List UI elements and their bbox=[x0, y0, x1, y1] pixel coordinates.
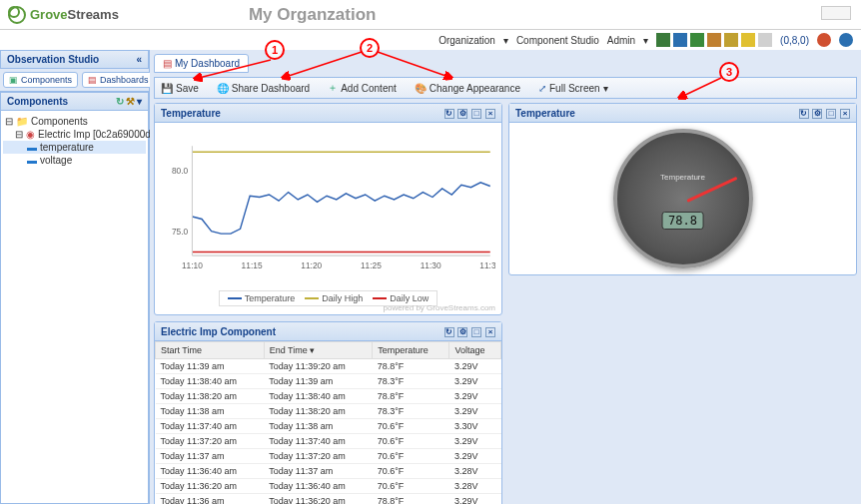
dashboard-toolbar: 💾Save 🌐Share Dashboard ＋Add Content 🎨Cha… bbox=[154, 77, 857, 99]
chart-icon: ▤ bbox=[163, 58, 172, 69]
expand-icon: ⤢ bbox=[538, 83, 546, 94]
palette-icon: 🎨 bbox=[415, 83, 427, 94]
appearance-button[interactable]: 🎨Change Appearance bbox=[415, 81, 520, 95]
brand-name-1: Grove bbox=[30, 7, 68, 22]
menu-admin[interactable]: Admin bbox=[607, 35, 635, 46]
line-chart[interactable]: 75.080.011:1011:1511:2011:2511:3011:35 bbox=[161, 129, 495, 288]
col-volt[interactable]: Voltage bbox=[449, 342, 501, 359]
folder-icon[interactable] bbox=[707, 33, 721, 47]
tab-components[interactable]: ▣Components bbox=[3, 72, 78, 88]
dashboards-icon: ▤ bbox=[88, 75, 97, 85]
stream-icon: ▬ bbox=[27, 142, 37, 153]
table-row[interactable]: Today 11:36 amToday 11:36:20 am78.8°F3.2… bbox=[156, 494, 501, 505]
add-content-button[interactable]: ＋Add Content bbox=[328, 81, 397, 95]
gear-icon[interactable]: ⚙ bbox=[812, 109, 822, 119]
folder-icon: 📁 bbox=[16, 116, 28, 127]
obs-studio-title: Observation Studio bbox=[7, 54, 99, 65]
tree-temperature[interactable]: ▬temperature bbox=[3, 141, 146, 154]
table-row[interactable]: Today 11:38:40 amToday 11:39 am78.3°F3.2… bbox=[156, 374, 501, 389]
minus-icon: ⊟ bbox=[15, 129, 23, 140]
svg-text:11:10: 11:10 bbox=[182, 260, 203, 270]
dashboard-tab[interactable]: ▤My Dashboard bbox=[154, 54, 249, 73]
collapse-icon[interactable]: ▾ bbox=[137, 96, 142, 107]
table-row[interactable]: Today 11:38:20 amToday 11:38:40 am78.8°F… bbox=[156, 389, 501, 404]
close-icon[interactable]: × bbox=[485, 327, 495, 337]
legend-temperature: Temperature bbox=[245, 293, 296, 303]
map-icon[interactable] bbox=[673, 33, 687, 47]
minus-icon: ⊟ bbox=[5, 116, 13, 127]
chevron-down-icon: ▾ bbox=[503, 35, 508, 46]
content-area: ▤My Dashboard 💾Save 🌐Share Dashboard ＋Ad… bbox=[150, 50, 861, 504]
upload-icon[interactable] bbox=[656, 33, 670, 47]
close-icon[interactable]: × bbox=[840, 109, 850, 119]
tools-icon[interactable] bbox=[724, 33, 738, 47]
refresh-icon[interactable]: ↻ bbox=[444, 109, 454, 119]
powered-by: powered by GroveStreams.com bbox=[384, 303, 496, 312]
save-button[interactable]: 💾Save bbox=[161, 81, 199, 95]
maximize-icon[interactable]: □ bbox=[826, 109, 836, 119]
col-temp[interactable]: Temperature bbox=[373, 342, 449, 359]
electric-imp-table-widget: Electric Imp Component ↻ ⚙ □ × Start Tim… bbox=[154, 321, 502, 504]
hammer-icon[interactable]: ⚒ bbox=[126, 96, 135, 107]
plus-icon: ＋ bbox=[328, 81, 338, 95]
chart-icon[interactable] bbox=[690, 33, 704, 47]
table-row[interactable]: Today 11:36:20 amToday 11:36:40 am70.6°F… bbox=[156, 479, 501, 494]
chart-widget-title: Temperature bbox=[161, 108, 221, 119]
notif-count[interactable]: (0,8,0) bbox=[780, 35, 809, 46]
svg-text:11:25: 11:25 bbox=[361, 260, 382, 270]
temperature-gauge-widget: Temperature ↻ ⚙ □ × Temperature 78.8 bbox=[508, 103, 857, 275]
table-row[interactable]: Today 11:37:20 amToday 11:37:40 am70.6°F… bbox=[156, 434, 501, 449]
table-widget-title: Electric Imp Component bbox=[161, 326, 276, 337]
mail-icon[interactable] bbox=[758, 33, 772, 47]
refresh-icon[interactable]: ↻ bbox=[799, 109, 809, 119]
chevron-down-icon: ▾ bbox=[603, 83, 608, 94]
temperature-chart-widget: Temperature ↻ ⚙ □ × 75.080.011:1011:1511… bbox=[154, 103, 502, 315]
menu-organization[interactable]: Organization bbox=[438, 35, 495, 46]
table-row[interactable]: Today 11:37:40 amToday 11:38 am70.6°F3.3… bbox=[156, 419, 501, 434]
refresh-icon[interactable]: ↻ bbox=[116, 96, 124, 107]
svg-text:11:15: 11:15 bbox=[242, 260, 263, 270]
maximize-icon[interactable]: □ bbox=[471, 109, 481, 119]
menu-component-studio[interactable]: Component Studio bbox=[516, 35, 599, 46]
top-menubar: Organization▾ Component Studio Admin▾ (0… bbox=[0, 30, 861, 50]
svg-text:75.0: 75.0 bbox=[172, 227, 189, 237]
tree-voltage[interactable]: ▬voltage bbox=[3, 154, 146, 167]
close-icon[interactable]: × bbox=[485, 109, 495, 119]
bolt-icon[interactable] bbox=[741, 33, 755, 47]
gear-icon[interactable]: ⚙ bbox=[457, 109, 467, 119]
tree-root[interactable]: ⊟📁Components bbox=[3, 115, 146, 128]
components-icon: ▣ bbox=[9, 75, 18, 85]
user-dropdown[interactable] bbox=[821, 6, 851, 20]
share-button[interactable]: 🌐Share Dashboard bbox=[217, 81, 310, 95]
fullscreen-button[interactable]: ⤢Full Screen▾ bbox=[538, 81, 608, 95]
table-row[interactable]: Today 11:39 amToday 11:39:20 am78.8°F3.2… bbox=[156, 359, 501, 374]
table-row[interactable]: Today 11:36:40 amToday 11:37 am70.6°F3.2… bbox=[156, 464, 501, 479]
tree-device[interactable]: ⊟◉Electric Imp [0c2a69000d34] bbox=[3, 128, 146, 141]
legend-daily-low: Daily Low bbox=[390, 293, 429, 303]
app-header: GroveStreams My Organzation bbox=[0, 0, 861, 30]
sidebar: Observation Studio « ▣Components ▤Dashbo… bbox=[0, 50, 150, 504]
maximize-icon[interactable]: □ bbox=[471, 327, 481, 337]
refresh-icon[interactable]: ↻ bbox=[444, 327, 454, 337]
col-start[interactable]: Start Time bbox=[156, 342, 265, 359]
brand-logo: GroveStreams bbox=[8, 6, 119, 24]
gear-icon[interactable]: ⚙ bbox=[457, 327, 467, 337]
gauge-widget-title: Temperature bbox=[515, 108, 575, 119]
table-row[interactable]: Today 11:37 amToday 11:37:20 am70.6°F3.2… bbox=[156, 449, 501, 464]
help-icon[interactable] bbox=[839, 33, 853, 47]
stream-icon: ▬ bbox=[27, 155, 37, 166]
collapse-icon[interactable]: « bbox=[136, 54, 142, 65]
temperature-gauge: Temperature 78.8 bbox=[613, 129, 753, 268]
table-row[interactable]: Today 11:38 amToday 11:38:20 am78.3°F3.2… bbox=[156, 404, 501, 419]
alert-icon[interactable] bbox=[817, 33, 831, 47]
org-title: My Organzation bbox=[249, 5, 377, 25]
components-title: Components bbox=[7, 96, 68, 107]
svg-text:80.0: 80.0 bbox=[172, 166, 189, 176]
col-end[interactable]: End Time ▾ bbox=[264, 342, 373, 359]
device-icon: ◉ bbox=[26, 129, 35, 140]
logo-icon bbox=[8, 6, 26, 24]
svg-text:11:30: 11:30 bbox=[421, 260, 441, 270]
tab-dashboards[interactable]: ▤Dashboards bbox=[82, 72, 155, 88]
legend-daily-high: Daily High bbox=[322, 293, 363, 303]
readings-table: Start Time End Time ▾ Temperature Voltag… bbox=[155, 341, 501, 504]
